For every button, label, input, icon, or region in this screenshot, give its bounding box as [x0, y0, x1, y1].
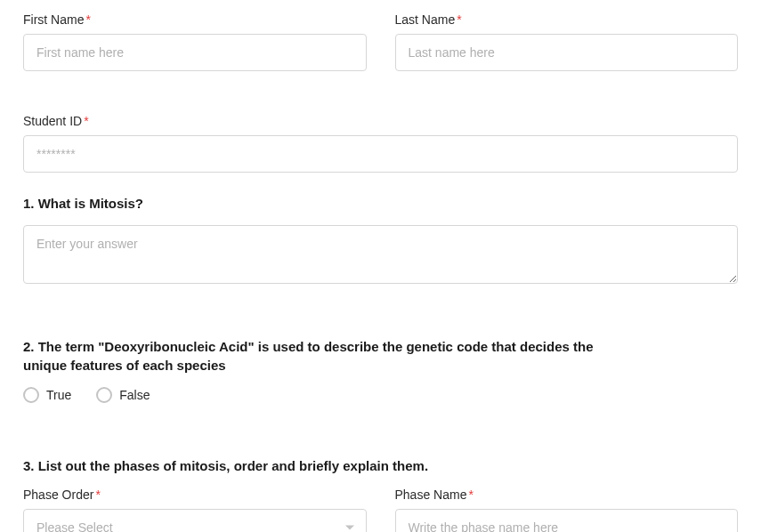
required-marker: *: [95, 488, 100, 502]
phase-name-field: Phase Name*: [395, 488, 739, 532]
phase-name-input[interactable]: [395, 509, 739, 532]
student-id-label-text: Student ID: [23, 114, 82, 128]
student-id-field: Student ID*: [23, 114, 738, 173]
phase-name-label: Phase Name*: [395, 488, 739, 502]
phase-order-field: Phase Order* Please Select: [23, 488, 367, 532]
question-2-prompt: 2. The term "Deoxyribonucleic Acid" is u…: [23, 337, 602, 375]
phase-order-select[interactable]: Please Select: [23, 509, 367, 532]
last-name-input[interactable]: [395, 34, 739, 71]
student-id-label: Student ID*: [23, 114, 738, 128]
radio-option-true[interactable]: True: [23, 387, 71, 403]
required-marker: *: [85, 12, 90, 27]
question-1-field: [23, 225, 738, 287]
question-1-prompt: 1. What is Mitosis?: [23, 194, 738, 213]
last-name-label: Last Name*: [395, 12, 739, 27]
student-id-input[interactable]: [23, 135, 738, 173]
question-2-options: True False: [23, 387, 738, 403]
first-name-label-text: First Name: [23, 12, 84, 27]
required-marker: *: [457, 12, 461, 27]
phase-name-label-text: Phase Name: [395, 488, 467, 502]
required-marker: *: [468, 488, 473, 502]
required-marker: *: [84, 114, 88, 128]
first-name-label: First Name*: [23, 12, 367, 27]
question-1-textarea[interactable]: [23, 225, 738, 284]
radio-label-true: True: [46, 388, 71, 402]
last-name-field: Last Name*: [395, 12, 739, 71]
first-name-input[interactable]: [23, 34, 367, 71]
first-name-field: First Name*: [23, 12, 367, 71]
last-name-label-text: Last Name: [395, 12, 456, 27]
phase-order-label-text: Phase Order: [23, 488, 93, 502]
radio-option-false[interactable]: False: [96, 387, 150, 403]
radio-label-false: False: [119, 388, 150, 402]
phase-order-select-wrap: Please Select: [23, 509, 367, 532]
radio-icon: [96, 387, 112, 403]
phase-order-label: Phase Order*: [23, 488, 367, 502]
question-3-prompt: 3. List out the phases of mitosis, order…: [23, 456, 738, 475]
radio-icon: [23, 387, 39, 403]
